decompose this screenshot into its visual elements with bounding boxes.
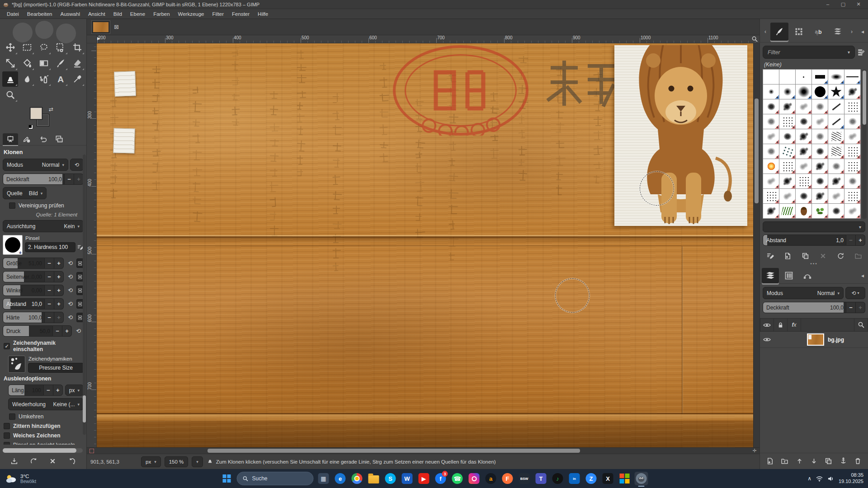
tool-smudge[interactable] [19,71,35,87]
brush-cell[interactable] [763,69,779,84]
brush-cell[interactable]: + [811,203,828,219]
slider-Winkel[interactable]: Winkel0,00−+⟲ [3,285,84,296]
tool-airbrush[interactable] [36,71,52,87]
decrease-button[interactable]: − [45,285,54,296]
brush-cell[interactable]: + [844,203,861,219]
search-input[interactable]: Suche [237,472,314,485]
brush-cell[interactable]: + [779,99,796,114]
slider-Druck[interactable]: Druck50,0−+⟲ [3,325,84,337]
alignment-dropdown[interactable]: AusrichtungKein▾ [3,220,84,232]
layer-opacity-slider[interactable]: Deckkraft100,0−+ [763,302,865,313]
tool-options-hscrollbar[interactable] [3,448,83,453]
layer-mode-reset-button[interactable]: ⟲▾ [845,287,865,299]
brush-cell[interactable]: + [844,144,861,159]
brush-cell[interactable]: + [811,114,828,129]
tool-zoom[interactable] [2,87,18,103]
reset-icon[interactable]: ⟲ [65,312,75,323]
increase-button[interactable]: + [54,258,64,269]
menu-fenster[interactable]: Fenster [228,10,254,18]
sample-merged-checkbox[interactable]: Vereinigung prüfen [9,202,84,209]
enable-dynamics-checkbox[interactable]: ✓Zeichendynamik einschalten [4,340,84,352]
decrease-button[interactable]: − [53,325,62,337]
fade-length-slider[interactable]: Läng...100−+ [8,385,63,396]
brush-view-toggle-icon[interactable] [857,48,865,56]
clock[interactable]: 08:35 19.10.2025 [839,472,863,485]
layer-name[interactable]: bg.jpg [828,337,844,343]
brush-preview[interactable]: + [3,235,23,255]
effects-header-icon[interactable]: fx [788,318,801,332]
brush-cell[interactable]: + [844,84,861,99]
default-colors-icon[interactable] [28,125,33,129]
reset-button[interactable] [66,455,79,466]
brush-cell[interactable]: + [828,188,844,204]
brush-cell[interactable]: + [811,129,828,144]
menu-ansicht[interactable]: Ansicht [84,10,109,18]
fg-bg-colors[interactable]: ⇄ [30,107,52,129]
quickmask-toggle[interactable] [87,448,97,454]
menu-filter[interactable]: Filter [208,10,228,18]
reset-icon[interactable]: ⟲ [73,326,84,336]
decrease-button[interactable]: − [846,235,856,246]
new-layer-button[interactable] [764,456,776,467]
tool-color-picker[interactable] [69,71,85,87]
menu-datei[interactable]: Datei [3,10,23,18]
reset-icon[interactable]: ⟲ [65,299,75,309]
lock-header-icon[interactable] [774,318,788,332]
brush-cell[interactable]: + [763,114,779,129]
tabs-scroll-right-icon[interactable]: › [848,28,855,35]
increase-button[interactable]: + [74,174,84,185]
taskbar-app-teams[interactable]: T [534,472,548,485]
brush-cell[interactable]: + [828,114,844,129]
decrease-button[interactable]: − [45,271,54,282]
brush-cell[interactable]: + [779,114,796,129]
increase-button[interactable]: + [856,235,865,246]
new-group-button[interactable] [779,456,791,467]
checkbox-Pinsel an Ansicht koppeln[interactable]: Pinsel an Ansicht koppeln [4,442,84,445]
raise-layer-button[interactable] [793,456,805,467]
brush-cell[interactable]: + [844,69,861,84]
brush-cell[interactable]: + [779,144,796,159]
refresh-brushes-icon[interactable] [835,251,846,261]
taskbar-app-zoom-app[interactable]: Z [585,472,598,485]
dock-tab-images[interactable] [52,133,67,145]
brush-cell[interactable]: + [779,159,796,174]
dock-tab-device[interactable]: i [19,133,34,145]
tool-clone[interactable] [2,71,18,87]
increase-button[interactable]: + [54,312,64,323]
brush-spacing-slider[interactable]: Abstand1,0−+ [763,235,865,246]
increase-button[interactable]: + [54,298,64,310]
layer-search-icon[interactable] [854,318,868,332]
decrease-button[interactable]: − [44,385,53,396]
tool-eraser[interactable] [69,56,85,71]
brush-cell[interactable]: + [795,159,812,174]
checkbox-Zittern hinzufügen[interactable]: Zittern hinzufügen [4,423,84,429]
canvas-hscrollbar[interactable] [97,448,750,454]
fade-unit-dropdown[interactable]: px▾ [65,385,84,396]
zoom-follow-icon[interactable] [751,36,758,42]
brush-cell[interactable]: + [763,99,779,114]
layer-row-bg[interactable]: bg.jpg [760,332,868,348]
taskbar-app-facebook[interactable]: f3 [434,472,448,485]
reverse-checkbox[interactable]: Umkehren [9,413,84,420]
maximize-button[interactable]: ▢ [835,1,851,7]
tab-paths[interactable] [799,268,816,283]
tool-bucket-fill[interactable] [19,56,35,71]
tool-crop[interactable] [69,40,85,55]
taskbar-app-skype[interactable]: S [384,472,397,485]
brush-cell[interactable]: + [811,84,828,99]
brush-cell[interactable]: + [763,203,779,219]
save-preset-button[interactable] [8,455,20,466]
brush-cell[interactable]: + [779,84,796,99]
tool-paintbrush[interactable] [52,56,68,71]
tab-channels[interactable] [780,268,797,283]
taskbar-app-gimp[interactable] [635,472,648,485]
brush-cell[interactable]: + [844,188,861,204]
close-button[interactable]: ✕ [851,1,866,7]
menu-bild[interactable]: Bild [109,10,126,18]
brush-cell[interactable]: + [779,203,796,219]
swap-colors-icon[interactable]: ⇄ [49,106,53,113]
tool-free-select[interactable] [36,40,52,55]
increase-button[interactable]: + [856,302,865,313]
brush-cell[interactable]: + [828,69,844,84]
zoom-dropdown-button[interactable]: ▾ [192,456,203,467]
